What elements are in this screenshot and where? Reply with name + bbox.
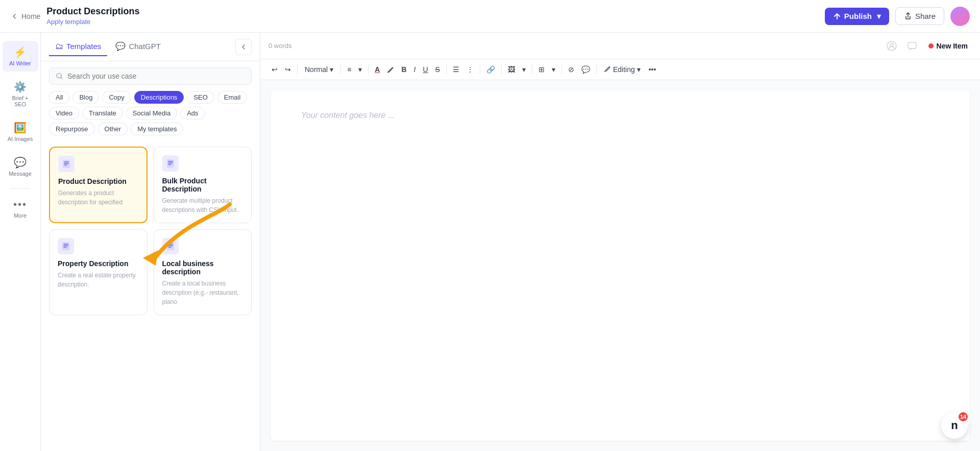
template-card-desc: Create a real estate property descriptio… bbox=[58, 271, 139, 289]
template-card-desc: Generate multiple product descriptions w… bbox=[162, 196, 243, 215]
comment-icon[interactable] bbox=[904, 39, 920, 53]
clear-format-button[interactable]: ⊘ bbox=[565, 63, 577, 76]
svg-rect-3 bbox=[62, 242, 69, 250]
template-grid: Product Description Generates a product … bbox=[49, 147, 252, 315]
svg-rect-7 bbox=[908, 42, 916, 49]
bullet-list-button[interactable]: ☰ bbox=[450, 63, 462, 76]
table-chevron-button[interactable]: ▾ bbox=[549, 63, 558, 76]
align-button[interactable]: ≡ bbox=[344, 63, 354, 76]
share-icon bbox=[904, 12, 912, 20]
message-icon: 💬 bbox=[14, 156, 27, 169]
italic-button[interactable]: I bbox=[411, 63, 419, 76]
user-icon[interactable] bbox=[884, 39, 900, 53]
user-circle-icon bbox=[887, 41, 897, 51]
sidebar-item-more[interactable]: ••• More bbox=[9, 195, 31, 223]
toolbar-separator bbox=[368, 64, 369, 75]
bold-button[interactable]: B bbox=[398, 63, 409, 76]
chip-descriptions[interactable]: Descriptions bbox=[134, 91, 184, 104]
sidebar-item-ai-images[interactable]: 🖼️ AI Images bbox=[3, 116, 38, 147]
link-button[interactable]: 🔗 bbox=[483, 63, 498, 76]
sidebar-label-more: More bbox=[14, 212, 27, 219]
highlight-button[interactable] bbox=[384, 64, 397, 75]
template-card-title: Product Description bbox=[58, 177, 138, 185]
template-card-icon bbox=[58, 156, 75, 172]
redo-button[interactable]: ↪ bbox=[282, 63, 294, 76]
sidebar-item-brief-seo[interactable]: ⚙️ Brief + SEO bbox=[3, 76, 38, 112]
toolbar-right-icons: New Item bbox=[884, 39, 972, 53]
editor-content[interactable]: Your content goes here ... bbox=[271, 90, 970, 441]
text-style-select[interactable]: Normal ▾ bbox=[301, 63, 337, 76]
template-card-local-business-description[interactable]: Local business description Create a loca… bbox=[154, 229, 252, 315]
topbar-left: Home Product Descriptions Apply template bbox=[10, 6, 139, 26]
sidebar-item-ai-writer[interactable]: ⚡ AI Writer bbox=[3, 41, 38, 72]
notification-badge[interactable]: n 14 bbox=[941, 412, 968, 439]
toolbar-separator bbox=[532, 64, 532, 75]
toolbar-separator bbox=[561, 64, 562, 75]
align-chevron-button[interactable]: ▾ bbox=[355, 63, 365, 76]
toolbar-separator bbox=[596, 64, 597, 75]
template-card-desc: Generates a product description for spec… bbox=[58, 188, 138, 207]
chip-other[interactable]: Other bbox=[98, 123, 128, 135]
publish-button[interactable]: Publish ▾ bbox=[825, 8, 889, 25]
chip-blog[interactable]: Blog bbox=[72, 91, 99, 104]
toolbar-separator bbox=[297, 64, 298, 75]
new-item-button[interactable]: New Item bbox=[924, 40, 972, 52]
chatgpt-tab-icon: 💬 bbox=[115, 41, 126, 51]
undo-button[interactable]: ↩ bbox=[268, 63, 281, 76]
filter-chips: All Blog Copy Descriptions SEO Email Vid… bbox=[41, 91, 260, 140]
chip-all[interactable]: All bbox=[49, 91, 69, 104]
pencil-icon bbox=[604, 66, 611, 73]
chip-repurpose[interactable]: Repurpose bbox=[49, 123, 95, 135]
toolbar-separator bbox=[501, 64, 502, 75]
underline-button[interactable]: U bbox=[420, 63, 431, 76]
home-button[interactable]: Home bbox=[10, 12, 40, 20]
chip-translate[interactable]: Translate bbox=[82, 107, 123, 120]
chip-seo[interactable]: SEO bbox=[187, 91, 214, 104]
chip-video[interactable]: Video bbox=[49, 107, 79, 120]
editor-area: 0 words New Item bbox=[260, 33, 980, 451]
template-card-property-description[interactable]: Property Description Create a real estat… bbox=[49, 229, 148, 315]
search-input[interactable] bbox=[67, 72, 245, 80]
more-options-button[interactable]: ••• bbox=[646, 63, 659, 76]
media-button[interactable]: 🖼 bbox=[505, 63, 518, 76]
template-card-icon bbox=[58, 238, 74, 254]
template-card-icon bbox=[162, 155, 179, 172]
search-container bbox=[41, 61, 260, 91]
strikethrough-button[interactable]: S bbox=[432, 63, 443, 76]
template-card-product-description[interactable]: Product Description Generates a product … bbox=[49, 147, 148, 223]
template-card-title: Bulk Product Description bbox=[162, 177, 243, 193]
search-icon bbox=[56, 72, 63, 80]
svg-rect-1 bbox=[63, 160, 70, 168]
template-card-bulk-product-description[interactable]: Bulk Product Description Generate multip… bbox=[154, 147, 252, 223]
editor-toolbar-controls: ↩ ↪ Normal ▾ ≡ ▾ A B I U S ☰ ⋮ bbox=[260, 59, 980, 80]
apply-template-link[interactable]: Apply template bbox=[46, 18, 90, 26]
text-style-chevron-icon: ▾ bbox=[330, 65, 333, 74]
chatgpt-tab-label: ChatGPT bbox=[129, 42, 161, 51]
share-button[interactable]: Share bbox=[895, 7, 944, 25]
editing-mode-button[interactable]: Editing ▾ bbox=[600, 63, 645, 76]
text-color-button[interactable]: A bbox=[372, 63, 383, 76]
chip-social-media[interactable]: Social Media bbox=[126, 107, 177, 120]
main-layout: ⚡ AI Writer ⚙️ Brief + SEO 🖼️ AI Images … bbox=[0, 33, 980, 451]
publish-icon bbox=[833, 12, 841, 20]
chip-ads[interactable]: Ads bbox=[180, 107, 205, 120]
avatar[interactable] bbox=[950, 7, 970, 26]
media-chevron-button[interactable]: ▾ bbox=[519, 63, 529, 76]
chip-copy[interactable]: Copy bbox=[102, 91, 131, 104]
property-icon bbox=[61, 241, 71, 251]
image-icon: 🖼️ bbox=[14, 122, 27, 134]
sidebar-item-message[interactable]: 💬 Message bbox=[3, 151, 38, 182]
tab-chatgpt[interactable]: 💬 ChatGPT bbox=[109, 37, 167, 56]
home-label: Home bbox=[21, 12, 40, 20]
chip-email[interactable]: Email bbox=[217, 91, 248, 104]
new-item-indicator bbox=[928, 43, 934, 49]
comment-inline-button[interactable]: 💬 bbox=[578, 63, 593, 76]
document-icon bbox=[61, 159, 71, 169]
ordered-list-button[interactable]: ⋮ bbox=[463, 63, 477, 76]
chip-my-templates[interactable]: My templates bbox=[131, 123, 183, 135]
table-button[interactable]: ⊞ bbox=[535, 63, 548, 76]
chevron-left-icon bbox=[240, 43, 247, 51]
tab-templates[interactable]: 🗂 Templates bbox=[49, 38, 107, 56]
more-dots-icon: ••• bbox=[13, 199, 27, 210]
collapse-panel-button[interactable] bbox=[235, 39, 252, 55]
